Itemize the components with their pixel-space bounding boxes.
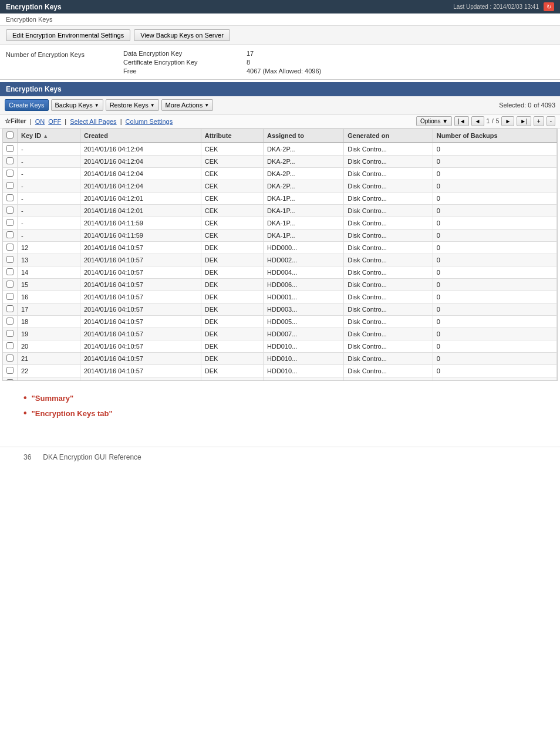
row-checkbox-cell[interactable]: [3, 205, 18, 217]
row-checkbox[interactable]: [6, 182, 14, 189]
filter-on-link[interactable]: ON: [35, 118, 45, 125]
table-row[interactable]: 21 2014/01/16 04:10:57 DEK HDD010... Dis…: [3, 353, 557, 365]
cell-created: 2014/01/16 04:10:57: [80, 340, 201, 353]
table-row[interactable]: 17 2014/01/16 04:10:57 DEK HDD003... Dis…: [3, 303, 557, 316]
cell-assigned-to: HDD002...: [264, 254, 344, 266]
table-row[interactable]: 15 2014/01/16 04:10:57 DEK HDD006... Dis…: [3, 279, 557, 291]
row-checkbox[interactable]: [6, 145, 14, 152]
row-checkbox[interactable]: [6, 256, 14, 263]
filter-off-link[interactable]: OFF: [48, 118, 61, 125]
select-all-pages-link[interactable]: Select All Pages: [70, 118, 117, 125]
row-checkbox-cell[interactable]: [3, 365, 18, 377]
table-row[interactable]: 14 2014/01/16 04:10:57 DEK HDD004... Dis…: [3, 266, 557, 279]
table-row[interactable]: 18 2014/01/16 04:10:57 DEK HDD005... Dis…: [3, 316, 557, 328]
more-actions-button[interactable]: More Actions ▼: [161, 99, 214, 111]
row-checkbox-cell[interactable]: [3, 156, 18, 168]
nav-next-button[interactable]: ►: [501, 116, 514, 126]
cell-generated-on: Disk Contro...: [344, 340, 433, 353]
row-checkbox-cell[interactable]: [3, 180, 18, 193]
col-assigned-to[interactable]: Assigned to: [264, 129, 344, 143]
col-key-id[interactable]: Key ID ▲: [18, 129, 80, 143]
restore-dropdown-arrow: ▼: [150, 103, 155, 108]
row-checkbox[interactable]: [6, 367, 14, 374]
row-checkbox[interactable]: [6, 268, 14, 275]
row-checkbox-cell[interactable]: [3, 291, 18, 303]
row-checkbox[interactable]: [6, 281, 14, 288]
table-row[interactable]: 22 2014/01/16 04:10:57 DEK HDD010... Dis…: [3, 365, 557, 377]
cell-key-id: 12: [18, 242, 80, 254]
select-all-checkbox[interactable]: [6, 131, 14, 139]
table-row[interactable]: 20 2014/01/16 04:10:57 DEK HDD010... Dis…: [3, 340, 557, 353]
row-checkbox[interactable]: [6, 318, 14, 325]
row-checkbox[interactable]: [6, 207, 14, 214]
row-checkbox[interactable]: [6, 219, 14, 226]
row-checkbox-cell[interactable]: [3, 279, 18, 291]
row-checkbox[interactable]: [6, 342, 14, 349]
cell-num-backups: 0: [433, 353, 556, 365]
table-row[interactable]: - 2014/01/16 04:11:59 CEK DKA-1P... Disk…: [3, 217, 557, 229]
row-checkbox[interactable]: [6, 355, 14, 362]
row-checkbox-cell[interactable]: [3, 229, 18, 242]
row-checkbox-cell[interactable]: [3, 316, 18, 328]
backup-keys-button[interactable]: Backup Keys ▼: [51, 99, 103, 111]
row-checkbox[interactable]: [6, 170, 14, 177]
cell-generated-on: Disk Contro...: [344, 353, 433, 365]
row-checkbox-cell[interactable]: [3, 193, 18, 205]
cell-assigned-to: DKA-1P...: [264, 205, 344, 217]
row-checkbox-cell[interactable]: [3, 143, 18, 156]
row-checkbox-cell[interactable]: [3, 353, 18, 365]
add-key-button[interactable]: +: [534, 116, 544, 126]
row-checkbox-cell[interactable]: [3, 340, 18, 353]
table-row[interactable]: 12 2014/01/16 04:10:57 DEK HDD000... Dis…: [3, 242, 557, 254]
row-checkbox-cell[interactable]: [3, 242, 18, 254]
refresh-icon[interactable]: ↻: [544, 2, 554, 11]
table-row[interactable]: - 2014/01/16 04:12:04 CEK DKA-2P... Disk…: [3, 180, 557, 193]
table-row[interactable]: - 2014/01/16 04:12:04 CEK DKA-2P... Disk…: [3, 143, 557, 156]
nav-first-button[interactable]: |◄: [454, 116, 469, 126]
row-checkbox-cell[interactable]: [3, 303, 18, 316]
table-row[interactable]: - 2014/01/16 04:11:59 CEK DKA-1P... Disk…: [3, 229, 557, 242]
row-checkbox[interactable]: [6, 330, 14, 337]
nav-prev-button[interactable]: ◄: [471, 116, 484, 126]
cell-assigned-to: DKA-2P...: [264, 168, 344, 180]
col-attribute[interactable]: Attribute: [201, 129, 263, 143]
row-checkbox[interactable]: [6, 244, 14, 251]
col-num-backups[interactable]: Number of Backups: [433, 129, 556, 143]
view-backup-keys-button[interactable]: View Backup Keys on Server: [134, 29, 230, 41]
cell-key-id: 21: [18, 353, 80, 365]
table-row[interactable]: - 2014/01/16 04:12:04 CEK DKA-2P... Disk…: [3, 168, 557, 180]
col-created[interactable]: Created: [80, 129, 201, 143]
cell-assigned-to: HDD004...: [264, 266, 344, 279]
nav-last-button[interactable]: ►|: [517, 116, 531, 126]
table-row[interactable]: 16 2014/01/16 04:10:57 DEK HDD001... Dis…: [3, 291, 557, 303]
col-generated-on[interactable]: Generated on: [344, 129, 433, 143]
cell-key-id: 22: [18, 365, 80, 377]
row-checkbox-cell[interactable]: [3, 254, 18, 266]
row-checkbox[interactable]: [6, 231, 14, 238]
column-settings-link[interactable]: Column Settings: [125, 118, 173, 125]
restore-keys-button[interactable]: Restore Keys ▼: [106, 99, 159, 111]
table-row[interactable]: - 2014/01/16 04:12:04 CEK DKA-2P... Disk…: [3, 156, 557, 168]
row-checkbox[interactable]: [6, 293, 14, 300]
table-row[interactable]: - 2014/01/16 04:12:01 CEK DKA-1P... Disk…: [3, 193, 557, 205]
cell-generated-on: Disk Contro...: [344, 168, 433, 180]
create-keys-button[interactable]: Create Keys: [5, 99, 49, 111]
options-button[interactable]: Options ▼: [416, 116, 452, 126]
row-checkbox-cell[interactable]: [3, 266, 18, 279]
table-row[interactable]: - 2014/01/16 04:12:01 CEK DKA-1P... Disk…: [3, 205, 557, 217]
bottom-section: "Summary""Encryption Keys tab": [0, 381, 560, 435]
cell-num-backups: 0: [433, 193, 556, 205]
remove-key-button[interactable]: -: [546, 116, 555, 126]
table-row[interactable]: 13 2014/01/16 04:10:57 DEK HDD002... Dis…: [3, 254, 557, 266]
row-checkbox[interactable]: [6, 157, 14, 164]
edit-environmental-settings-button[interactable]: Edit Encryption Environmental Settings: [6, 29, 130, 41]
row-checkbox-cell[interactable]: [3, 217, 18, 229]
cell-key-id: 20: [18, 340, 80, 353]
table-row[interactable]: 19 2014/01/16 04:10:57 DEK HDD007... Dis…: [3, 328, 557, 340]
row-checkbox-cell[interactable]: [3, 328, 18, 340]
row-checkbox[interactable]: [6, 194, 14, 201]
row-checkbox-cell[interactable]: [3, 168, 18, 180]
cell-created: 2014/01/16 04:11:59: [80, 229, 201, 242]
row-checkbox[interactable]: [6, 305, 14, 312]
cell-key-id: 18: [18, 316, 80, 328]
